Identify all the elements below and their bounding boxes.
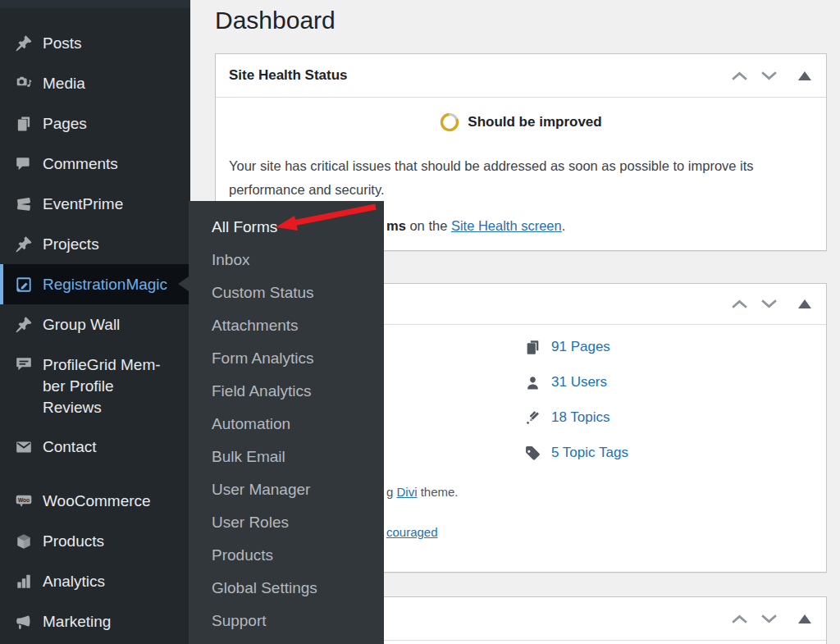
- move-down-icon[interactable]: [760, 614, 778, 624]
- pages-icon: [15, 115, 33, 133]
- site-health-footer: ms on the Site Health screen.: [386, 218, 565, 234]
- submenu-item-user-manager[interactable]: User Manager: [189, 473, 384, 506]
- sidebar-item-label: WooCommerce: [43, 491, 151, 511]
- registrationmagic-submenu: All Forms Inbox Custom Status Attachment…: [189, 201, 384, 644]
- site-health-widget-header: Site Health Status: [216, 54, 826, 98]
- status-label: Should be improved: [468, 114, 601, 130]
- search-engines-fragment: couraged: [386, 525, 438, 539]
- megaphone-icon: [15, 613, 33, 631]
- site-health-screen-link[interactable]: Site Health screen: [451, 218, 562, 233]
- submenu-item-global-settings[interactable]: Global Settings: [189, 572, 384, 605]
- pin-icon: [15, 316, 33, 334]
- submenu-item-bulk-email[interactable]: Bulk Email: [189, 441, 384, 473]
- pages-icon: [524, 339, 541, 356]
- move-down-icon[interactable]: [760, 299, 778, 309]
- sidebar-item-label: Posts: [43, 34, 82, 53]
- admin-sidebar: Posts Media Pages Comments EventPrime Pr…: [0, 0, 190, 644]
- collapse-toggle-icon[interactable]: [798, 614, 811, 623]
- sidebar-item-comments[interactable]: Comments: [0, 144, 190, 184]
- sidebar-item-products[interactable]: Products: [0, 521, 190, 561]
- page-title: Dashboard: [215, 7, 336, 34]
- sidebar-item-analytics[interactable]: Analytics: [0, 561, 190, 601]
- stat-topic-tags[interactable]: 5 Topic Tags: [524, 442, 628, 464]
- admin-bar-remnant: [0, 0, 190, 8]
- sidebar-item-eventprime[interactable]: EventPrime: [0, 184, 190, 224]
- footer-bold-fragment: ms: [386, 218, 406, 233]
- sidebar-item-label: Contact: [43, 437, 96, 457]
- theme-version-fragment: g Divi theme.: [386, 485, 459, 499]
- sidebar-item-pages[interactable]: Pages: [0, 103, 190, 144]
- sidebar-item-label: Marketing: [43, 612, 111, 632]
- envelope-icon: [15, 438, 33, 456]
- collapse-toggle-icon[interactable]: [798, 71, 811, 80]
- sidebar-item-label: Products: [43, 532, 104, 551]
- user-icon: [524, 374, 541, 391]
- sidebar-item-label: Projects: [43, 235, 99, 254]
- sidebar-item-label: Group Wall: [43, 315, 120, 335]
- sidebar-item-projects[interactable]: Projects: [0, 224, 190, 264]
- sidebar-item-label: Comments: [43, 154, 118, 174]
- stat-users[interactable]: 31 Users: [524, 372, 607, 393]
- tag-icon: [524, 445, 541, 462]
- comment-icon: [15, 155, 33, 173]
- site-health-status-row: Should be improved: [216, 112, 826, 132]
- bar-chart-icon: [15, 573, 33, 591]
- testimonial-icon: [15, 355, 33, 373]
- submenu-item-field-analytics[interactable]: Field Analytics: [189, 375, 384, 408]
- move-up-icon[interactable]: [731, 299, 748, 309]
- stat-topics[interactable]: 18 Topics: [524, 407, 610, 428]
- sidebar-item-marketing[interactable]: Marketing: [0, 601, 190, 642]
- sidebar-item-label: Pages: [43, 114, 87, 134]
- site-health-description: Your site has critical issues that shoul…: [229, 154, 795, 201]
- submenu-item-support[interactable]: Support: [189, 605, 384, 637]
- sidebar-item-label: ProfileGrid Mem- ber Profile Reviews: [43, 354, 161, 418]
- topics-pen-icon: [524, 409, 541, 427]
- pin-icon: [15, 34, 33, 53]
- divi-theme-link[interactable]: Divi: [397, 485, 418, 499]
- submenu-item-products[interactable]: Products: [189, 539, 384, 572]
- submenu-item-all-forms[interactable]: All Forms: [189, 211, 384, 244]
- pin-icon: [15, 235, 33, 253]
- form-pencil-icon: [15, 276, 33, 294]
- move-down-icon[interactable]: [760, 71, 778, 81]
- status-ring-icon: [440, 112, 459, 132]
- collapse-toggle-icon[interactable]: [798, 299, 811, 308]
- submenu-notch: [178, 276, 189, 291]
- tickets-icon: [15, 195, 33, 213]
- search-engines-discouraged-link[interactable]: couraged: [386, 525, 438, 539]
- sidebar-item-woocommerce[interactable]: WooCommerce: [0, 481, 190, 521]
- move-up-icon[interactable]: [731, 71, 748, 81]
- sidebar-item-label: Analytics: [43, 572, 105, 591]
- woo-bubble-icon: [15, 492, 33, 510]
- sidebar-item-label: EventPrime: [43, 194, 123, 214]
- move-up-icon[interactable]: [731, 614, 748, 624]
- submenu-item-form-analytics[interactable]: Form Analytics: [189, 342, 384, 375]
- box-icon: [15, 532, 33, 550]
- submenu-item-automation[interactable]: Automation: [189, 408, 384, 441]
- submenu-item-user-roles[interactable]: User Roles: [189, 506, 384, 539]
- sidebar-item-label: Media: [43, 74, 85, 94]
- submenu-item-custom-status[interactable]: Custom Status: [189, 276, 384, 309]
- sidebar-item-registrationmagic[interactable]: RegistrationMagic: [0, 264, 190, 304]
- sidebar-item-label: RegistrationMagic: [43, 275, 167, 295]
- sidebar-item-media[interactable]: Media: [0, 63, 190, 103]
- stat-pages[interactable]: 91 Pages: [524, 336, 610, 358]
- media-icon: [15, 75, 33, 93]
- sidebar-item-posts[interactable]: Posts: [0, 23, 190, 63]
- submenu-item-attachments[interactable]: Attachments: [189, 309, 384, 342]
- sidebar-item-contact[interactable]: Contact: [0, 427, 190, 467]
- sidebar-item-group-wall[interactable]: Group Wall: [0, 304, 190, 345]
- sidebar-item-profilegrid-reviews[interactable]: ProfileGrid Mem- ber Profile Reviews: [0, 345, 190, 428]
- submenu-item-inbox[interactable]: Inbox: [189, 244, 384, 276]
